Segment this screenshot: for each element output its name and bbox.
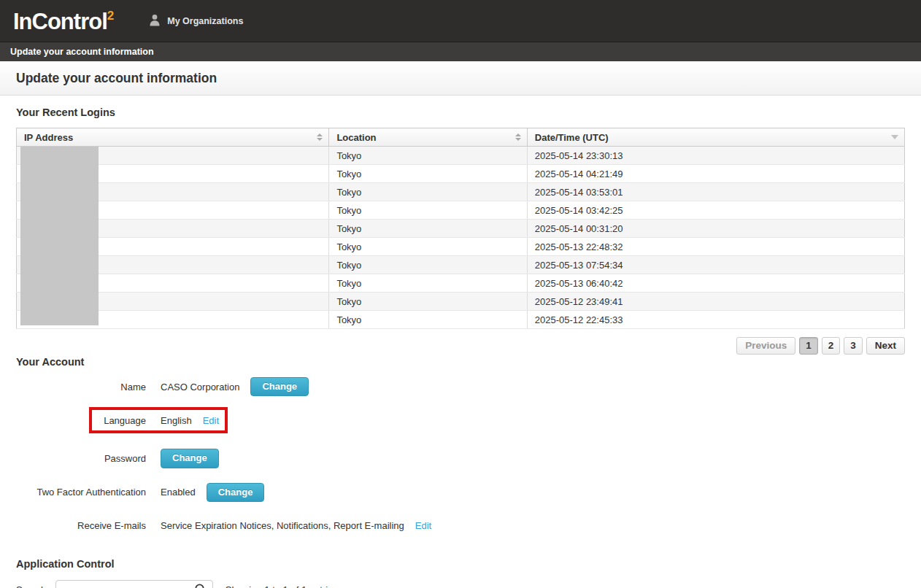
incontrol-logo[interactable]: InControl2 (13, 9, 114, 33)
location-cell: Tokyo (329, 220, 527, 238)
table-row: Tokyo2025-05-12 22:45:33 (17, 311, 905, 329)
account-language-row: Language English Edit (16, 411, 905, 430)
datetime-cell: 2025-05-14 03:53:01 (527, 183, 904, 201)
receive-emails-value: Service Expiration Notices, Notification… (161, 520, 404, 531)
location-cell: Tokyo (329, 201, 527, 220)
account-two-factor-row: Two Factor Authentication Enabled Change (16, 483, 905, 502)
edit-receive-emails-link[interactable]: Edit (415, 520, 431, 531)
recent-logins-heading: Your Recent Logins (16, 107, 905, 118)
datetime-cell: 2025-05-12 22:45:33 (527, 311, 904, 329)
table-row: Tokyo2025-05-14 23:30:13 (17, 147, 905, 165)
location-cell: Tokyo (329, 311, 527, 329)
page-title: Update your account information (16, 71, 217, 86)
column-header-datetime[interactable]: Date/Time (UTC) (527, 128, 904, 147)
top-bar: InControl2 My Organizations (0, 0, 921, 42)
datetime-cell: 2025-05-13 06:40:42 (527, 274, 904, 293)
redacted-ip-block (20, 147, 99, 325)
two-factor-value: Enabled (161, 487, 196, 498)
person-icon (149, 14, 161, 28)
page-title-band: Update your account information (0, 61, 921, 96)
account-receive-emails-row: Receive E-mails Service Expiration Notic… (16, 517, 905, 535)
column-header-location[interactable]: Location (329, 128, 527, 147)
datetime-cell: 2025-05-14 23:30:13 (527, 147, 904, 165)
datetime-cell: 2025-05-13 07:54:34 (527, 256, 904, 274)
datetime-cell: 2025-05-14 03:42:25 (527, 201, 904, 220)
language-value: English (161, 415, 192, 426)
password-label: Password (16, 453, 146, 464)
location-cell: Tokyo (329, 256, 527, 274)
table-header-row: IP Address Location Date/Time (UTC) (17, 128, 905, 147)
datetime-cell: 2025-05-13 22:48:32 (527, 238, 904, 256)
location-cell: Tokyo (329, 274, 527, 293)
location-cell: Tokyo (329, 293, 527, 311)
table-row: Tokyo2025-05-14 00:31:20 (17, 220, 905, 238)
next-page-button[interactable]: Next (866, 337, 905, 355)
previous-page-button[interactable]: Previous (736, 337, 795, 355)
name-value: CASO Corporation (161, 382, 239, 392)
datetime-cell: 2025-05-14 04:21:49 (527, 165, 904, 183)
edit-language-link[interactable]: Edit (203, 415, 219, 426)
change-two-factor-button[interactable]: Change (207, 483, 265, 502)
table-row: Tokyo2025-05-13 07:54:34 (17, 256, 905, 274)
sort-icon[interactable] (515, 134, 521, 141)
application-control-search-row: Search: Showing 1 to 1 of 1 entries (16, 580, 905, 588)
page-button-3[interactable]: 3 (844, 337, 863, 355)
my-organizations-nav[interactable]: My Organizations (149, 14, 243, 28)
table-row: Tokyo2025-05-14 04:21:49 (17, 165, 905, 183)
location-cell: Tokyo (329, 165, 527, 183)
search-icon (194, 583, 207, 588)
sort-desc-icon[interactable] (891, 135, 898, 139)
receive-emails-label: Receive E-mails (16, 520, 146, 531)
my-organizations-label: My Organizations (167, 16, 243, 26)
page-button-1[interactable]: 1 (799, 337, 818, 355)
your-account-heading: Your Account (16, 356, 905, 368)
logo-text: InControl (13, 9, 107, 34)
table-row: Tokyo2025-05-13 06:40:42 (17, 274, 905, 293)
language-label: Language (16, 415, 146, 426)
account-name-row: Name CASO Corporation Change (16, 377, 905, 396)
page-button-2[interactable]: 2 (822, 337, 841, 355)
location-cell: Tokyo (329, 183, 527, 201)
datetime-cell: 2025-05-14 00:31:20 (527, 220, 904, 238)
account-password-row: Password Change (16, 449, 905, 468)
sort-icon[interactable] (317, 134, 323, 141)
location-cell: Tokyo (329, 238, 527, 256)
table-row: Tokyo2025-05-14 03:53:01 (17, 183, 905, 201)
table-row: Tokyo2025-05-14 03:42:25 (17, 201, 905, 220)
pagination: Previous 1 2 3 Next (16, 337, 905, 355)
search-input[interactable] (55, 580, 213, 588)
application-control-heading: Application Control (16, 558, 905, 570)
two-factor-label: Two Factor Authentication (16, 487, 146, 498)
recent-logins-table: IP Address Location Date/Time (UTC) Toky… (16, 128, 905, 329)
showing-entries-text: Showing 1 to 1 of 1 entries (226, 584, 338, 588)
location-cell: Tokyo (329, 147, 527, 165)
search-box (55, 580, 213, 588)
change-password-button[interactable]: Change (161, 449, 219, 468)
table-row: Tokyo2025-05-12 23:49:41 (17, 293, 905, 311)
column-header-ip-address[interactable]: IP Address (17, 128, 329, 147)
datetime-cell: 2025-05-12 23:49:41 (527, 293, 904, 311)
search-label: Search: (16, 584, 49, 588)
breadcrumb: Update your account information (10, 47, 154, 57)
table-row: Tokyo2025-05-13 22:48:32 (17, 238, 905, 256)
name-label: Name (16, 382, 146, 392)
change-name-button[interactable]: Change (250, 377, 309, 396)
recent-logins-table-wrap: IP Address Location Date/Time (UTC) Toky… (16, 128, 905, 329)
breadcrumb-bar: Update your account information (0, 42, 921, 61)
logo-superscript: 2 (107, 9, 114, 23)
